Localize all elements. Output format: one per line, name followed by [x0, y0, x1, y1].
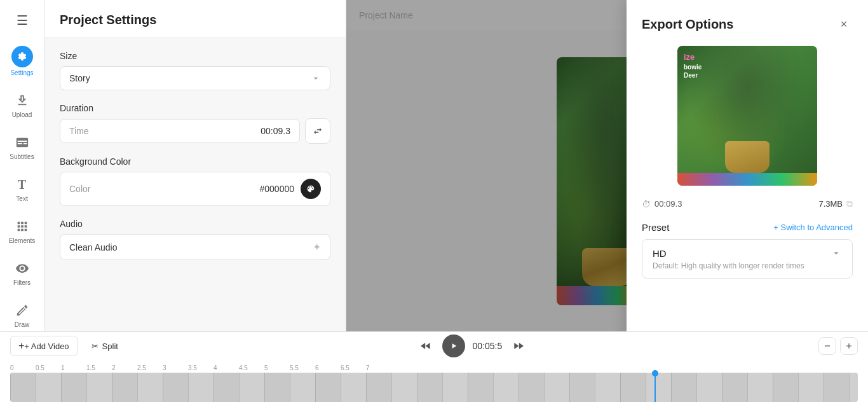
bg-color-field-group: Background Color Color #000000	[60, 156, 330, 206]
preset-dropdown[interactable]: HD Default: High quality with longer ren…	[642, 239, 853, 279]
color-field[interactable]: Color #000000	[60, 172, 330, 206]
ruler-mark-7: 3.5	[188, 364, 214, 371]
settings-icon-circle	[11, 46, 33, 67]
settings-icon	[17, 52, 27, 62]
size-label: Size	[60, 51, 330, 61]
export-preview-thumbnail: ize bowie Deer	[677, 46, 817, 186]
preset-label: Preset	[642, 222, 669, 233]
export-duration-info: ⏱ 00:09.3	[642, 199, 682, 209]
zoom-out-button[interactable]	[818, 337, 836, 355]
sidebar-item-label-filters: Filters	[13, 279, 31, 286]
play-button[interactable]	[442, 335, 465, 357]
close-modal-button[interactable]: ×	[835, 15, 853, 33]
copy-icon[interactable]: ⧉	[846, 198, 853, 209]
modal-header: Export Options ×	[642, 15, 853, 33]
timeline-strip[interactable]	[10, 373, 858, 402]
zoom-in-button[interactable]	[840, 337, 858, 355]
preset-section: Preset + Switch to Advanced HD Default: …	[642, 222, 853, 279]
split-button[interactable]: ✂ Split	[84, 338, 126, 355]
duration-field[interactable]: Time 00:09.3	[60, 119, 300, 143]
color-field-right: #000000	[259, 179, 321, 199]
ruler-mark-0: 0	[10, 364, 36, 371]
bg-color-label: Background Color	[60, 156, 330, 167]
ruler-mark-11: 5.5	[290, 364, 315, 371]
ruler-mark-14: 7	[366, 364, 391, 371]
add-video-plus-icon: +	[18, 340, 24, 352]
palette-icon	[306, 184, 315, 193]
scissors-icon: ✂	[92, 342, 98, 351]
fast-forward-button[interactable]	[510, 337, 527, 355]
audio-label: Audio	[60, 219, 330, 229]
time-field-label: Time	[69, 126, 89, 136]
sidebar-item-subtitles[interactable]: Subtitles	[4, 128, 41, 165]
sidebar-item-text[interactable]: T Text	[4, 170, 41, 207]
export-modal: Export Options × ize	[627, 0, 868, 331]
clock-icon: ⏱	[642, 199, 651, 209]
duration-field-group: Duration Time 00:09.3	[60, 103, 330, 144]
thumb-colorful	[677, 173, 817, 186]
play-icon	[449, 342, 458, 350]
ruler-mark-2: 1	[61, 364, 86, 371]
timeline-ruler: 0 0.5 1 1.5 2 2.5 3 3.5 4 4.5 5 5.5 6 6.…	[0, 360, 868, 373]
export-size-info: 7.3MB ⧉	[818, 198, 853, 209]
subtitles-icon	[13, 134, 31, 151]
preset-name: HD	[653, 248, 667, 259]
thumb-text-overlay: ize bowie Deer	[684, 52, 702, 79]
hamburger-icon: ☰	[17, 13, 28, 27]
ruler-mark-5: 2.5	[137, 364, 163, 371]
switch-advanced-button[interactable]: + Switch to Advanced	[773, 223, 853, 232]
add-video-button[interactable]: + + Add Video	[10, 336, 78, 356]
zoom-in-icon	[844, 342, 853, 350]
bottom-timeline: + + Add Video ✂ Split 00:05:5	[0, 331, 868, 414]
swap-icon	[313, 126, 323, 136]
sidebar-item-filters[interactable]: Filters	[4, 254, 41, 291]
export-file-size: 7.3MB	[818, 199, 843, 209]
thumb-plant-bg: ize bowie Deer	[677, 46, 817, 186]
modal-title: Export Options	[642, 17, 733, 32]
text-icon: T	[13, 176, 31, 193]
ruler-mark-3: 1.5	[86, 364, 112, 371]
modal-overlay: Export Options × ize	[346, 0, 868, 331]
left-panel: Project Settings Size Story Duration Tim…	[44, 0, 346, 331]
sidebar-item-upload[interactable]: Upload	[4, 86, 41, 123]
thumb-pot	[725, 141, 770, 173]
zoom-out-icon	[823, 342, 832, 350]
panel-body: Size Story Duration Time 00:09.3	[44, 38, 346, 273]
sidebar-item-elements[interactable]: Elements	[4, 212, 41, 249]
ruler-mark-9: 4.5	[239, 364, 264, 371]
preset-name-row: HD	[653, 247, 842, 259]
ruler-mark-8: 4	[214, 364, 239, 371]
audio-value: Clean Audio	[69, 242, 118, 252]
ruler-mark-12: 6	[315, 364, 341, 371]
rewind-button[interactable]	[417, 337, 435, 355]
audio-field-group: Audio Clean Audio ✦	[60, 219, 330, 260]
time-display: 00:05:5	[473, 341, 503, 351]
color-picker-button[interactable]	[301, 179, 321, 199]
ruler-mark-6: 3	[163, 364, 188, 371]
add-video-label: + Add Video	[24, 342, 69, 351]
duration-row: Time 00:09.3	[60, 118, 330, 144]
rewind-icon	[419, 340, 432, 352]
chevron-down-preset-icon	[831, 247, 842, 259]
timeline-playhead[interactable]	[654, 370, 656, 402]
sidebar-item-settings[interactable]: Settings	[4, 41, 41, 81]
audio-field[interactable]: Clean Audio ✦	[60, 234, 330, 260]
upload-icon	[13, 92, 31, 109]
ruler-mark-1: 0.5	[36, 364, 61, 371]
size-select[interactable]: Story	[60, 66, 330, 90]
ruler-mark-13: 6.5	[341, 364, 366, 371]
playback-controls: 00:05:5	[417, 335, 528, 357]
swap-duration-button[interactable]	[305, 118, 330, 144]
size-field-group: Size Story	[60, 51, 330, 90]
zoom-controls	[818, 337, 858, 355]
sidebar-item-label-settings: Settings	[10, 69, 33, 76]
sidebar-item-label-elements: Elements	[9, 237, 36, 244]
sidebar-item-label-draw: Draw	[15, 321, 29, 328]
preset-header: Preset + Switch to Advanced	[642, 222, 853, 233]
timeline-controls: + + Add Video ✂ Split 00:05:5	[0, 332, 868, 360]
menu-button[interactable]: ☰	[11, 8, 33, 33]
sidebar-item-draw[interactable]: Draw	[4, 296, 41, 331]
color-field-label: Color	[69, 184, 90, 194]
sidebar-item-label-subtitles: Subtitles	[10, 153, 34, 160]
export-meta-row: ⏱ 00:09.3 7.3MB ⧉	[642, 198, 853, 209]
